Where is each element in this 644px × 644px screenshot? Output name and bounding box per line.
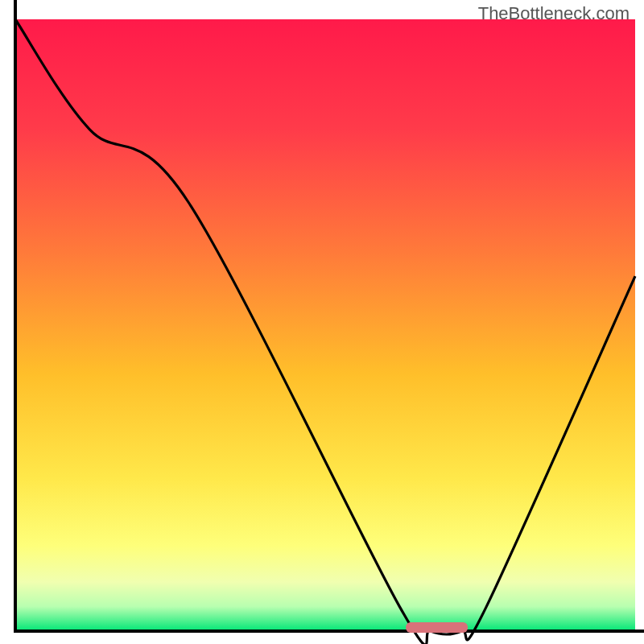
optimal-marker xyxy=(406,622,468,633)
bottleneck-chart xyxy=(0,0,644,644)
plot-background xyxy=(15,19,635,631)
chart-svg xyxy=(0,0,644,644)
watermark-text: TheBottleneck.com xyxy=(478,3,630,24)
